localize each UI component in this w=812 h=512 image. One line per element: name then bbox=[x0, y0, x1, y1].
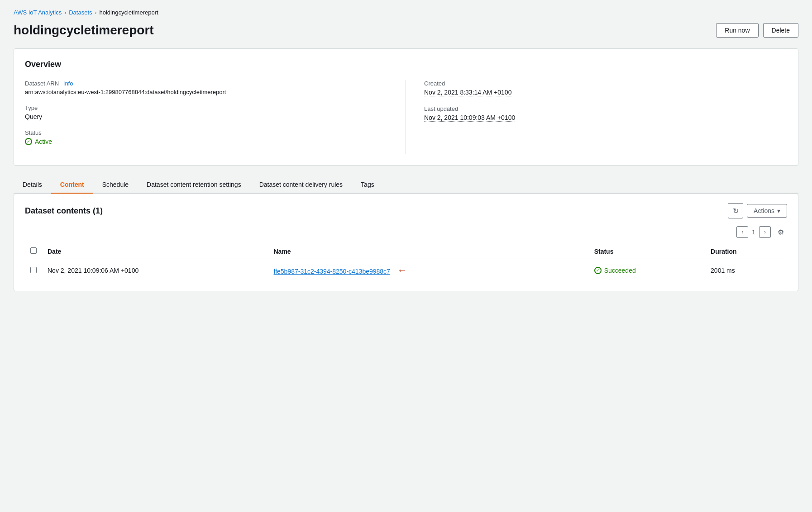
refresh-button[interactable]: ↻ bbox=[728, 203, 743, 218]
status-field-group: Status Active bbox=[25, 129, 387, 145]
tab-details[interactable]: Details bbox=[14, 176, 51, 194]
contents-title: Dataset contents (1) bbox=[25, 206, 103, 216]
run-now-button[interactable]: Run now bbox=[716, 23, 758, 38]
status-succeeded: Succeeded bbox=[594, 267, 700, 274]
overview-left: Dataset ARN Info arn:aws:iotanalytics:eu… bbox=[25, 80, 406, 154]
row-checkbox[interactable] bbox=[30, 267, 37, 273]
tab-delivery[interactable]: Dataset content delivery rules bbox=[250, 176, 352, 194]
overview-grid: Dataset ARN Info arn:aws:iotanalytics:eu… bbox=[25, 80, 787, 154]
col-name: Name bbox=[268, 244, 589, 259]
col-duration: Duration bbox=[705, 244, 787, 259]
updated-value: Nov 2, 2021 10:09:03 AM +0100 bbox=[424, 114, 787, 122]
tab-tags[interactable]: Tags bbox=[352, 176, 383, 194]
overview-card: Overview Dataset ARN Info arn:aws:iotana… bbox=[14, 48, 798, 166]
delete-button[interactable]: Delete bbox=[763, 23, 798, 38]
contents-actions-group: ↻ Actions ▾ bbox=[728, 203, 787, 218]
overview-right: Created Nov 2, 2021 8:33:14 AM +0100 Las… bbox=[406, 80, 787, 154]
header-checkbox[interactable] bbox=[30, 247, 37, 254]
row-date: Nov 2, 2021 10:09:06 AM +0100 bbox=[42, 259, 268, 282]
tabs-container: Details Content Schedule Dataset content… bbox=[14, 176, 798, 194]
row-name: ffe5b987-31c2-4394-8250-c413be9988c7 ← bbox=[268, 259, 589, 282]
status-label: Status bbox=[25, 129, 387, 136]
status-value: Active bbox=[35, 138, 52, 145]
header-checkbox-cell bbox=[25, 244, 42, 259]
type-field-group: Type Query bbox=[25, 104, 387, 120]
chevron-down-icon: ▾ bbox=[777, 207, 780, 214]
type-value: Query bbox=[25, 113, 387, 120]
tab-retention[interactable]: Dataset content retention settings bbox=[138, 176, 250, 194]
breadcrumb-sep-2: › bbox=[95, 9, 97, 16]
actions-label: Actions bbox=[754, 207, 774, 214]
arn-label: Dataset ARN Info bbox=[25, 80, 387, 87]
overview-title: Overview bbox=[25, 60, 787, 69]
created-value: Nov 2, 2021 8:33:14 AM +0100 bbox=[424, 89, 787, 96]
created-field-group: Created Nov 2, 2021 8:33:14 AM +0100 bbox=[424, 80, 787, 96]
breadcrumb-datasets-link[interactable]: Datasets bbox=[69, 9, 92, 16]
status-succeeded-text: Succeeded bbox=[604, 267, 636, 274]
tabs-list: Details Content Schedule Dataset content… bbox=[14, 176, 798, 194]
header-actions: Run now Delete bbox=[716, 23, 798, 38]
pagination-row: ‹ 1 › ⚙ bbox=[25, 226, 787, 238]
contents-header: Dataset contents (1) ↻ Actions ▾ bbox=[25, 203, 787, 218]
arn-field-group: Dataset ARN Info arn:aws:iotanalytics:eu… bbox=[25, 80, 387, 95]
updated-label: Last updated bbox=[424, 105, 787, 112]
tab-schedule[interactable]: Schedule bbox=[93, 176, 138, 194]
page-number: 1 bbox=[752, 228, 755, 236]
page-title: holdingcycletimereport bbox=[14, 23, 154, 38]
breadcrumb: AWS IoT Analytics › Datasets › holdingcy… bbox=[14, 9, 798, 16]
page-header: holdingcycletimereport Run now Delete bbox=[14, 23, 798, 38]
contents-card: Dataset contents (1) ↻ Actions ▾ ‹ 1 › ⚙ bbox=[14, 194, 798, 291]
breadcrumb-current: holdingcycletimereport bbox=[100, 9, 158, 16]
content-name-link[interactable]: ffe5b987-31c2-4394-8250-c413be9988c7 bbox=[274, 268, 390, 275]
contents-table: Date Name Status Duration Nov 2, 2021 10… bbox=[25, 244, 787, 282]
table-header-row: Date Name Status Duration bbox=[25, 244, 787, 259]
row-checkbox-cell bbox=[25, 259, 42, 282]
tab-content[interactable]: Content bbox=[51, 176, 93, 194]
row-status: Succeeded bbox=[589, 259, 705, 282]
updated-field-group: Last updated Nov 2, 2021 10:09:03 AM +01… bbox=[424, 105, 787, 122]
status-active: Active bbox=[25, 138, 387, 145]
breadcrumb-sep-1: › bbox=[64, 9, 66, 16]
status-check-icon bbox=[25, 138, 32, 145]
breadcrumb-service-link[interactable]: AWS IoT Analytics bbox=[14, 9, 62, 16]
next-page-button[interactable]: › bbox=[759, 226, 771, 238]
arn-value: arn:aws:iotanalytics:eu-west-1:299807768… bbox=[25, 89, 387, 95]
table-row: Nov 2, 2021 10:09:06 AM +0100 ffe5b987-3… bbox=[25, 259, 787, 282]
actions-dropdown-button[interactable]: Actions ▾ bbox=[747, 204, 787, 218]
type-label: Type bbox=[25, 104, 387, 111]
created-label: Created bbox=[424, 80, 787, 87]
row-duration: 2001 ms bbox=[705, 259, 787, 282]
prev-page-button[interactable]: ‹ bbox=[736, 226, 748, 238]
col-date: Date bbox=[42, 244, 268, 259]
table-settings-button[interactable]: ⚙ bbox=[774, 226, 787, 238]
arrow-indicator: ← bbox=[397, 265, 407, 276]
info-link[interactable]: Info bbox=[63, 80, 73, 87]
col-status: Status bbox=[589, 244, 705, 259]
succeeded-check-icon bbox=[594, 267, 602, 274]
